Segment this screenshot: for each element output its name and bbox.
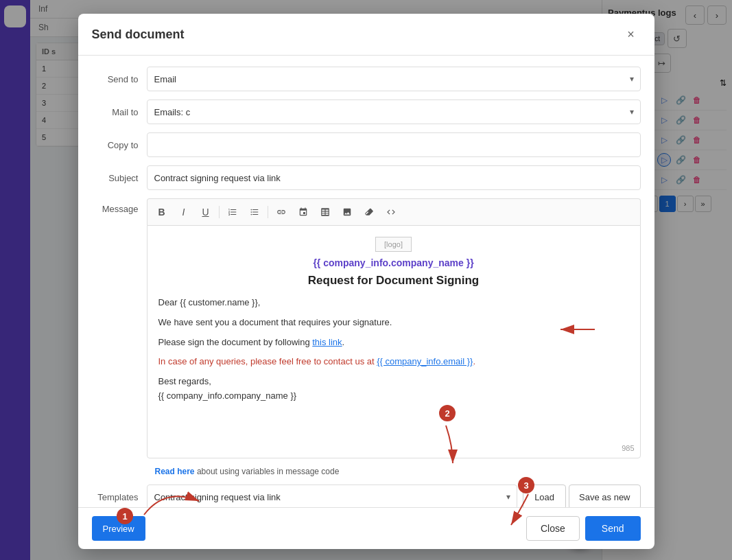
unordered-list-button[interactable] bbox=[246, 203, 263, 221]
anchor-button[interactable] bbox=[294, 203, 312, 221]
send-to-label: Send to bbox=[92, 74, 147, 84]
company-name-var: {{ company_info.company_name }} bbox=[158, 390, 297, 401]
body-text-4: In case of any queries, please feel free… bbox=[158, 356, 377, 366]
send-to-row: Send to Email SMS Post ▾ bbox=[92, 67, 641, 91]
char-count: 985 bbox=[622, 444, 634, 452]
copy-to-row: Copy to bbox=[92, 132, 641, 157]
save-as-new-button[interactable]: Save as new bbox=[569, 485, 640, 507]
body-text-5: . bbox=[473, 356, 475, 366]
subject-input[interactable] bbox=[147, 165, 641, 190]
email-logo: [logo] bbox=[158, 237, 629, 252]
mail-to-label: Mail to bbox=[92, 107, 147, 117]
sign-off-text: Best regards, bbox=[158, 376, 211, 386]
send-document-modal: Send document × Send to Email SMS Post ▾ bbox=[78, 14, 654, 549]
underline-button[interactable]: U bbox=[197, 203, 215, 221]
message-area: B I U bbox=[147, 198, 641, 458]
greeting-text: Dear {{ customer.name }}, bbox=[158, 297, 261, 307]
subject-label: Subject bbox=[92, 173, 147, 183]
message-label: Message bbox=[92, 198, 147, 214]
read-here-link[interactable]: Read here bbox=[155, 467, 195, 476]
help-text: Read here about using variables in messa… bbox=[155, 467, 641, 476]
email-variable: {{ company_info.email }} bbox=[377, 356, 473, 366]
bold-button[interactable]: B bbox=[153, 203, 171, 221]
body-text-3: . bbox=[342, 337, 345, 347]
body-text-2: Please sign the document by following bbox=[158, 337, 313, 347]
modal-header: Send document × bbox=[78, 14, 654, 56]
send-to-select-wrapper: Email SMS Post ▾ bbox=[147, 67, 641, 91]
templates-row: Templates Contract signing request via l… bbox=[92, 485, 641, 507]
close-button[interactable]: Close bbox=[526, 516, 580, 541]
app-background: Inf Sh ID s 1 2 3 4 5 Paymentus logs ‹ ›… bbox=[0, 0, 732, 560]
email-heading: Request for Document Signing bbox=[158, 274, 629, 288]
toolbar-divider-2 bbox=[268, 206, 268, 218]
toolbar-divider-1 bbox=[219, 206, 220, 218]
code-button[interactable] bbox=[382, 203, 400, 221]
table-button[interactable] bbox=[316, 203, 334, 221]
email-company-var: {{ company_info.company_name }} bbox=[158, 257, 629, 268]
body-text-1: We have sent you a document that require… bbox=[158, 317, 392, 327]
logo-placeholder: [logo] bbox=[375, 237, 412, 252]
load-button[interactable]: Load bbox=[523, 485, 566, 507]
templates-label: Templates bbox=[92, 492, 147, 502]
email-body: Dear {{ customer.name }}, We have sent y… bbox=[158, 296, 629, 404]
italic-button[interactable]: I bbox=[175, 203, 193, 221]
message-content-area[interactable]: [logo] {{ company_info.company_name }} R… bbox=[147, 225, 641, 458]
message-row: Message B I U bbox=[92, 198, 641, 458]
help-text-suffix: about using variables in message code bbox=[197, 467, 339, 476]
templates-select-wrapper: Contract signing request via link ▾ bbox=[147, 485, 518, 507]
modal-close-button[interactable]: × bbox=[622, 25, 641, 44]
templates-select[interactable]: Contract signing request via link bbox=[147, 485, 518, 507]
modal-body: Send to Email SMS Post ▾ Mail to bbox=[78, 56, 654, 507]
mail-to-select-wrapper: Emails: c ▾ bbox=[147, 100, 641, 124]
send-to-select[interactable]: Email SMS Post bbox=[147, 67, 641, 91]
ordered-list-button[interactable] bbox=[224, 203, 241, 221]
modal-overlay: Send document × Send to Email SMS Post ▾ bbox=[0, 0, 732, 560]
mail-to-row: Mail to Emails: c ▾ bbox=[92, 100, 641, 124]
copy-to-label: Copy to bbox=[92, 140, 147, 150]
subject-row: Subject bbox=[92, 165, 641, 190]
send-button[interactable]: Send bbox=[585, 516, 641, 541]
modal-title: Send document bbox=[92, 27, 185, 42]
link-button[interactable] bbox=[272, 203, 290, 221]
modal-footer: Preview Close Send bbox=[78, 507, 654, 549]
image-button[interactable] bbox=[338, 203, 356, 221]
message-toolbar: B I U bbox=[147, 198, 641, 225]
this-link[interactable]: this link bbox=[312, 337, 342, 347]
preview-button[interactable]: Preview bbox=[92, 516, 145, 541]
mail-to-select[interactable]: Emails: c bbox=[147, 100, 641, 124]
eraser-button[interactable] bbox=[360, 203, 378, 221]
copy-to-input[interactable] bbox=[147, 132, 641, 157]
